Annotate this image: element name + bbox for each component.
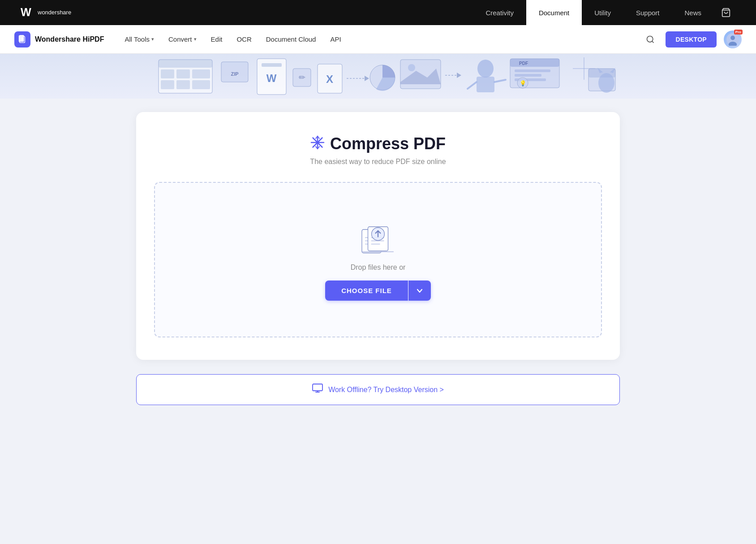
svg-point-32 [408, 64, 415, 71]
avatar-icon [726, 33, 739, 46]
hipdf-brand[interactable]: Wondershare HiPDF [14, 31, 104, 47]
subnav-ocr[interactable]: OCR [230, 32, 258, 47]
compress-subtitle: The easiest way to reduce PDF size onlin… [154, 158, 602, 166]
svg-text:X: X [326, 73, 333, 85]
choose-file-button[interactable]: CHOOSE FILE [325, 281, 408, 301]
svg-point-35 [477, 60, 494, 78]
page-title: Compress PDF [330, 134, 446, 153]
compress-pdf-icon [310, 135, 325, 153]
top-nav-document[interactable]: Document [526, 0, 582, 25]
desktop-button[interactable]: DESKTOP [666, 31, 717, 47]
svg-line-37 [468, 82, 477, 89]
subnav-api[interactable]: API [324, 32, 347, 47]
svg-line-7 [652, 41, 654, 43]
subnav-convert[interactable]: Convert ▾ [162, 32, 203, 47]
svg-point-9 [730, 35, 735, 40]
all-tools-chevron: ▾ [151, 36, 154, 42]
offline-banner[interactable]: Work Offline? Try Desktop Version > [136, 374, 620, 405]
svg-rect-36 [477, 77, 494, 92]
subnav-all-tools[interactable]: All Tools ▾ [118, 32, 160, 47]
top-navigation: W wondershare Creativity Document Utilit… [0, 0, 756, 25]
svg-marker-34 [457, 73, 461, 78]
subnav-document-cloud[interactable]: Document Cloud [260, 32, 322, 47]
compress-icon-svg [310, 135, 325, 150]
top-nav-creativity[interactable]: Creativity [473, 0, 526, 25]
svg-rect-15 [192, 69, 210, 78]
top-nav-support[interactable]: Support [623, 0, 672, 25]
file-dropzone[interactable]: Drop files here or CHOOSE FILE [154, 182, 602, 337]
convert-chevron: ▾ [194, 36, 197, 42]
svg-marker-29 [365, 76, 369, 81]
top-nav-logo[interactable]: W wondershare [18, 4, 71, 21]
choose-file-dropdown-button[interactable] [408, 281, 431, 301]
hipdf-icon-svg [17, 35, 27, 44]
main-content: Compress PDF The easiest way to reduce P… [0, 99, 756, 423]
svg-rect-12 [159, 60, 212, 68]
top-nav-items: Creativity Document Utility Support News [473, 0, 738, 25]
user-avatar-wrapper[interactable]: Pro [724, 30, 742, 48]
pro-badge: Pro [734, 30, 743, 35]
search-button[interactable] [642, 31, 658, 47]
svg-rect-22 [262, 63, 282, 67]
svg-rect-18 [192, 80, 210, 89]
top-nav-logo-text: wondershare [38, 9, 71, 16]
drop-text: Drop files here or [351, 263, 406, 272]
svg-line-38 [494, 80, 506, 82]
svg-rect-14 [176, 69, 190, 78]
svg-rect-16 [161, 80, 174, 89]
subnav-edit[interactable]: Edit [205, 32, 229, 47]
svg-rect-73 [313, 384, 322, 391]
svg-rect-17 [176, 80, 190, 89]
hero-illustration: ZIP W ✏ X PDF [132, 55, 624, 98]
top-nav-utility[interactable]: Utility [582, 0, 623, 25]
hero-banner: ZIP W ✏ X PDF [0, 54, 756, 99]
sub-nav-links: All Tools ▾ Convert ▾ Edit OCR Document … [118, 32, 642, 47]
monitor-icon-svg [312, 384, 323, 393]
svg-text:💡: 💡 [520, 80, 526, 86]
svg-text:W: W [266, 72, 277, 84]
svg-text:W: W [21, 6, 31, 18]
search-icon [646, 35, 655, 44]
wondershare-logo-icon: W [18, 4, 34, 21]
svg-rect-40 [510, 59, 559, 67]
sub-navigation: Wondershare HiPDF All Tools ▾ Convert ▾ … [0, 25, 756, 54]
svg-text:✏: ✏ [299, 73, 305, 82]
cart-icon[interactable] [714, 0, 738, 25]
svg-rect-13 [161, 69, 174, 78]
svg-text:ZIP: ZIP [231, 71, 238, 77]
hipdf-brand-text: Wondershare HiPDF [35, 35, 104, 43]
top-nav-news[interactable]: News [672, 0, 714, 25]
svg-point-49 [598, 73, 614, 93]
svg-rect-42 [515, 69, 550, 72]
dropdown-chevron-icon [417, 288, 423, 294]
sub-nav-right: DESKTOP Pro [642, 30, 742, 48]
compress-card: Compress PDF The easiest way to reduce P… [136, 112, 620, 360]
hipdf-logo-icon [14, 31, 30, 47]
upload-illustration [358, 219, 398, 255]
compress-title-row: Compress PDF [154, 134, 602, 153]
svg-text:PDF: PDF [519, 61, 528, 66]
svg-rect-43 [515, 74, 541, 77]
monitor-icon [312, 384, 323, 396]
svg-point-6 [647, 36, 653, 42]
choose-file-row: CHOOSE FILE [325, 281, 431, 301]
offline-text: Work Offline? Try Desktop Version > [328, 386, 444, 394]
